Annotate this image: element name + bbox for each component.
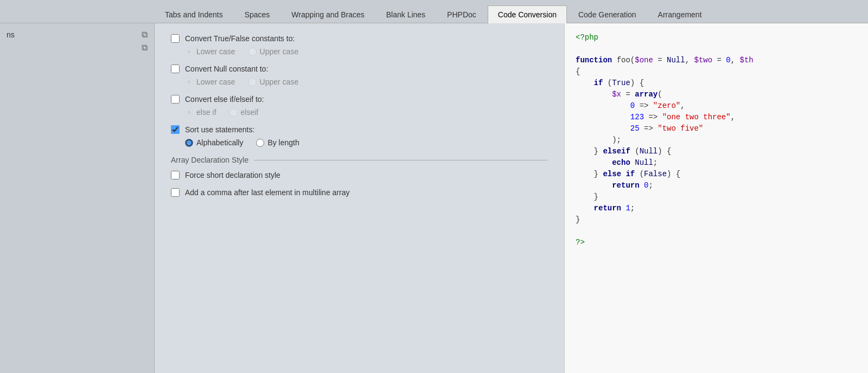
setting-sort-use: Sort use statements: Alphabetically By l…: [171, 125, 548, 147]
code-line-12: echo Null;: [576, 157, 857, 169]
sort-use-label: Sort use statements:: [185, 125, 254, 134]
tab-code-conversion[interactable]: Code Conversion: [488, 5, 567, 23]
sidebar-header: ns ⧉: [0, 28, 154, 42]
tab-code-generation[interactable]: Code Generation: [568, 5, 647, 23]
convert-null-label: Convert Null constant to:: [185, 65, 268, 73]
null-lower-option[interactable]: Lower case: [185, 78, 235, 86]
else-if-option[interactable]: else if: [185, 108, 216, 117]
sidebar-title: ns: [7, 30, 15, 39]
code-line-19: ?>: [576, 237, 857, 248]
tab-wrapping-and-braces[interactable]: Wrapping and Braces: [281, 5, 374, 23]
true-false-upper-label: Upper case: [260, 47, 299, 56]
code-line-17: }: [576, 214, 857, 226]
null-lower-label: Lower case: [196, 78, 235, 86]
array-section-divider: Array Declaration Style: [171, 156, 548, 164]
add-comma-label: Add a comma after last element in multil…: [185, 188, 349, 197]
divider-line: [254, 160, 548, 160]
force-short-checkbox[interactable]: [171, 171, 180, 179]
code-panel: <?php function foo($one = Null, $two = 0…: [564, 23, 868, 373]
by-length-option[interactable]: By length: [256, 138, 299, 147]
force-short-label: Force short declaration style: [185, 171, 280, 179]
convert-else-label: Convert else if/elseif to:: [185, 95, 264, 104]
setting-add-comma: Add a comma after last element in multil…: [171, 188, 548, 197]
code-line-1: <?php: [576, 32, 857, 43]
copy-icon-2[interactable]: ⧉: [142, 43, 148, 53]
null-upper-label: Upper case: [260, 78, 299, 86]
code-line-14: return 0;: [576, 180, 857, 191]
code-line-5: if (True) {: [576, 78, 857, 89]
code-line-13: } else if (False) {: [576, 169, 857, 180]
code-line-9: 25 => "two five": [576, 123, 857, 134]
code-line-15: }: [576, 191, 857, 203]
code-line-7: 0 => "zero",: [576, 100, 857, 112]
elseif-label: elseif: [241, 108, 259, 117]
true-false-lower-label: Lower case: [196, 47, 235, 56]
setting-convert-null: Convert Null constant to: Lower case Upp…: [171, 65, 548, 86]
true-false-upper-radio[interactable]: [248, 48, 257, 56]
tab-spaces[interactable]: Spaces: [234, 5, 280, 23]
by-length-radio[interactable]: [256, 139, 264, 147]
sort-use-checkbox[interactable]: [171, 125, 180, 134]
code-line-2: [576, 43, 857, 55]
main-layout: ns ⧉ ⧉ Convert True/False constants to: …: [0, 23, 868, 373]
copy-icon-1[interactable]: ⧉: [142, 30, 148, 40]
add-comma-checkbox[interactable]: [171, 188, 180, 197]
alphabetically-label: Alphabetically: [196, 138, 243, 147]
elseif-option[interactable]: elseif: [229, 108, 259, 117]
true-false-lower-radio[interactable]: [185, 48, 193, 56]
code-line-4: {: [576, 66, 857, 78]
else-if-label: else if: [196, 108, 216, 117]
elseif-radio[interactable]: [229, 108, 238, 117]
settings-panel: Convert True/False constants to: Lower c…: [155, 23, 564, 373]
alphabetically-radio[interactable]: [185, 139, 193, 147]
convert-null-checkbox[interactable]: [171, 65, 180, 73]
convert-true-false-label: Convert True/False constants to:: [185, 34, 295, 43]
true-false-lower-option[interactable]: Lower case: [185, 47, 235, 56]
null-upper-radio[interactable]: [248, 78, 257, 86]
sidebar: ns ⧉ ⧉: [0, 23, 155, 373]
convert-else-checkbox[interactable]: [171, 95, 180, 104]
alphabetically-option[interactable]: Alphabetically: [185, 138, 243, 147]
code-line-16: return 1;: [576, 203, 857, 214]
by-length-label: By length: [267, 138, 299, 147]
tab-phpdoc[interactable]: PHPDoc: [437, 5, 487, 23]
array-section-label: Array Declaration Style: [171, 156, 248, 164]
code-line-11: } elseif (Null) {: [576, 146, 857, 157]
tab-tabs-and-indents[interactable]: Tabs and Indents: [155, 5, 233, 23]
setting-force-short: Force short declaration style: [171, 171, 548, 179]
code-line-3: function foo($one = Null, $two = 0, $th: [576, 55, 857, 66]
code-line-8: 123 => "one two three",: [576, 112, 857, 123]
true-false-upper-option[interactable]: Upper case: [248, 47, 299, 56]
null-lower-radio[interactable]: [185, 78, 193, 86]
tabs-bar: Tabs and Indents Spaces Wrapping and Bra…: [0, 0, 868, 23]
code-line-6: $x = array(: [576, 89, 857, 100]
tab-arrangement[interactable]: Arrangement: [648, 5, 712, 23]
tab-blank-lines[interactable]: Blank Lines: [376, 5, 436, 23]
setting-convert-else: Convert else if/elseif to: else if elsei…: [171, 95, 548, 117]
convert-true-false-checkbox[interactable]: [171, 34, 180, 43]
null-upper-option[interactable]: Upper case: [248, 78, 299, 86]
setting-convert-true-false: Convert True/False constants to: Lower c…: [171, 34, 548, 56]
else-if-radio[interactable]: [185, 108, 193, 117]
code-line-10: );: [576, 134, 857, 146]
code-line-18: [576, 226, 857, 237]
